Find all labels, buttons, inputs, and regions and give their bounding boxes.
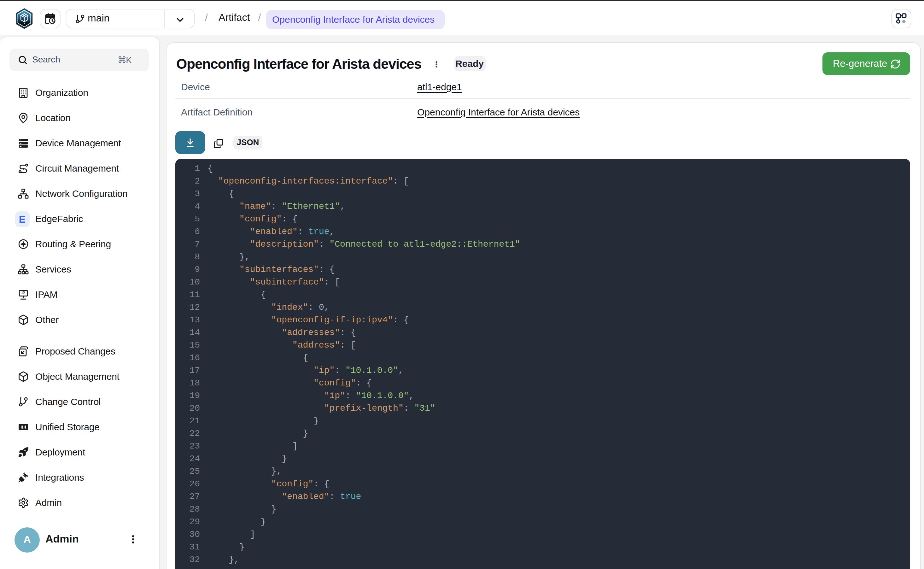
svg-text:IP: IP (21, 291, 25, 295)
